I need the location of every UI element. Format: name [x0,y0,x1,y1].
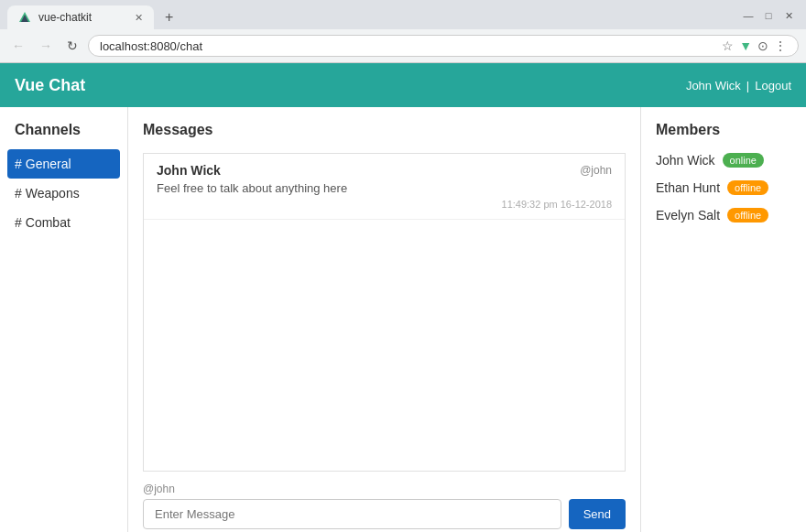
member-name: Ethan Hunt [656,180,720,195]
message-timestamp: 11:49:32 pm 16-12-2018 [157,199,612,210]
forward-button[interactable]: → [35,37,57,55]
channel-item-general[interactable]: # General [7,149,120,179]
messages-panel: Messages John Wick @john Feel free to ta… [128,107,641,532]
app-header: Vue Chat John Wick | Logout [0,63,806,107]
message-input[interactable] [143,499,561,529]
messages-title: Messages [143,122,626,138]
header-separator: | [746,79,749,92]
messages-list: John Wick @john Feel free to talk about … [143,153,626,472]
new-tab-button[interactable]: + [158,5,180,29]
reload-button[interactable]: ↻ [62,37,82,55]
list-item: Ethan Hunt offline [656,180,791,195]
members-title: Members [656,122,791,138]
close-button[interactable]: ✕ [782,9,795,22]
channel-name: General [26,157,71,171]
message-author: John Wick [157,163,221,178]
logout-button[interactable]: Logout [755,79,791,92]
url-text: localhost:8080/chat [100,39,202,53]
sidebar: Channels # General # Weapons # Combat [0,107,128,532]
maximize-button[interactable]: □ [762,9,775,22]
browser-chrome: vue-chatkit ✕ + — □ ✕ ← → ↻ localhost:80… [0,0,806,63]
app-title: Vue Chat [15,76,85,95]
app-body: Channels # General # Weapons # Combat Me… [0,107,806,532]
compose-row: Send [143,499,626,529]
channel-item-combat[interactable]: # Combat [0,208,127,237]
tab-close-button[interactable]: ✕ [135,12,143,24]
channel-hash-icon: # [15,186,22,201]
channel-hash-icon: # [15,157,22,171]
address-bar-icons: ☆ ▼ ⊙ ⋮ [722,38,787,53]
active-tab[interactable]: vue-chatkit ✕ [7,5,154,29]
bookmark-icon[interactable]: ☆ [722,38,734,53]
member-name: Evelyn Salt [656,208,720,223]
channel-name: Weapons [26,186,80,201]
address-bar-row: ← → ↻ localhost:8080/chat ☆ ▼ ⊙ ⋮ [0,29,806,62]
member-name: John Wick [656,153,715,168]
table-row: John Wick @john Feel free to talk about … [144,154,625,220]
vue-extension-icon[interactable]: ▼ [739,38,752,53]
send-button[interactable]: Send [569,499,626,529]
channel-name: Combat [26,215,71,230]
channels-title: Channels [0,122,127,149]
status-badge: online [723,153,764,168]
message-handle: @john [580,164,612,177]
channel-item-weapons[interactable]: # Weapons [0,179,127,208]
tab-bar: vue-chatkit ✕ + — □ ✕ [0,0,806,29]
message-header: John Wick @john [157,163,612,178]
window-controls: — □ ✕ [742,9,799,26]
address-bar[interactable]: localhost:8080/chat ☆ ▼ ⊙ ⋮ [88,35,799,57]
vue-favicon-icon [18,11,31,24]
menu-icon[interactable]: ⋮ [774,38,787,53]
channel-hash-icon: # [15,215,22,230]
compose-area: @john Send [143,483,626,529]
list-item: Evelyn Salt offline [656,208,791,223]
header-username: John Wick [686,79,741,92]
status-badge: offline [727,180,768,195]
minimize-button[interactable]: — [742,9,755,22]
members-panel: Members John Wick online Ethan Hunt offl… [641,107,806,532]
header-user: John Wick | Logout [686,79,791,92]
status-badge: offline [727,208,768,223]
list-item: John Wick online [656,153,791,168]
back-button[interactable]: ← [7,37,29,55]
tab-title: vue-chatkit [38,11,92,24]
compose-handle: @john [143,483,626,495]
account-icon[interactable]: ⊙ [757,38,768,53]
message-text: Feel free to talk about anything here [157,181,612,195]
